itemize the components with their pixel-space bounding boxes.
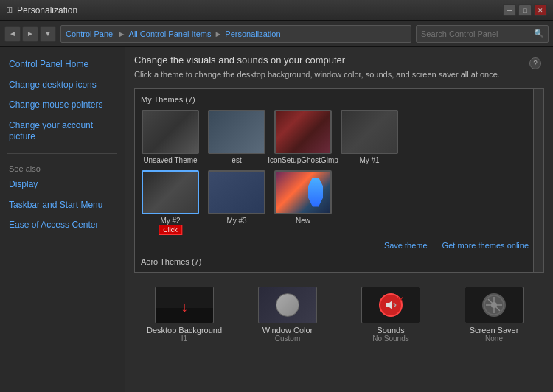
- theme-new[interactable]: New: [274, 170, 333, 225]
- content-area: ? Change the visuals and sounds on your …: [125, 47, 553, 392]
- sidebar-item-home[interactable]: Control Panel Home: [0, 55, 125, 75]
- sidebar-divider: [7, 153, 117, 154]
- maximize-button[interactable]: □: [518, 4, 532, 16]
- breadcrumb-sep1: ►: [118, 29, 126, 38]
- theme-thumb-my2: [142, 170, 199, 214]
- desktop-background-item[interactable]: ↓ Desktop Background I1: [134, 284, 234, 346]
- sidebar-item-account-picture[interactable]: Change your account picture: [0, 116, 125, 147]
- speaker-icon: [385, 299, 397, 311]
- theme-label-my2: My #2: [160, 217, 180, 225]
- theme-est[interactable]: est: [207, 110, 266, 164]
- my-themes-label: My Themes (7): [141, 95, 529, 104]
- title-bar-left: ⊞ Personalization: [6, 5, 77, 15]
- screen-saver-thumb: [465, 287, 524, 323]
- svg-marker-0: [386, 301, 392, 309]
- window-color-item[interactable]: Window Color Custom: [237, 284, 338, 346]
- sounds-label: Sounds: [377, 326, 404, 335]
- breadcrumb-current: Personalization: [225, 29, 280, 38]
- breadcrumb[interactable]: Control Panel ► All Control Panel Items …: [60, 25, 411, 43]
- breadcrumb-controlpanel[interactable]: Control Panel: [66, 29, 115, 38]
- screen-saver-sublabel: None: [485, 335, 503, 343]
- window-title: Personalization: [17, 5, 77, 15]
- desktop-bg-thumb: ↓: [155, 287, 214, 323]
- content-desc: Click a theme to change the desktop back…: [134, 69, 544, 81]
- search-input[interactable]: [417, 29, 530, 38]
- back-button[interactable]: ◄: [4, 26, 21, 42]
- recent-button[interactable]: ▼: [40, 26, 56, 42]
- theme-label-iconsetup: IconSetupGhostGimp: [268, 156, 338, 164]
- sounds-thumb: [361, 287, 420, 323]
- theme-label-unsaved: Unsaved Theme: [143, 156, 197, 164]
- window-color-label: Window Color: [262, 326, 313, 335]
- see-also-label: See also: [0, 160, 125, 175]
- get-more-link[interactable]: Get more themes online: [442, 241, 529, 250]
- sidebar-item-ease-of-access[interactable]: Ease of Access Center: [0, 215, 125, 236]
- help-button[interactable]: ?: [529, 57, 541, 69]
- theme-label-est: est: [232, 156, 241, 164]
- themes-scrollbar[interactable]: [533, 89, 543, 272]
- address-bar: ◄ ► ▼ Control Panel ► All Control Panel …: [0, 21, 553, 47]
- theme-label-new: New: [296, 217, 310, 225]
- theme-iconsetup[interactable]: IconSetupGhostGimp: [274, 110, 333, 164]
- forward-button[interactable]: ►: [22, 26, 38, 42]
- themes-panel: My Themes (7) Unsaved Theme est IconSetu…: [134, 88, 544, 273]
- theme-thumb-est: [208, 110, 265, 154]
- themes-grid-row2: My #2 Click My #3 New: [141, 170, 529, 225]
- main-layout: Control Panel Home Change desktop icons …: [0, 47, 553, 392]
- screen-saver-icon: [482, 293, 506, 317]
- themes-grid: Unsaved Theme est IconSetupGhostGimp My …: [141, 110, 529, 164]
- themes-actions: Save theme Get more themes online: [141, 238, 529, 253]
- theme-thumb-new: [274, 170, 332, 214]
- nav-buttons: ◄ ► ▼: [4, 26, 56, 42]
- down-arrow-icon: ↓: [181, 299, 188, 314]
- title-buttons: ─ □ ✕: [503, 4, 547, 16]
- theme-thumb-my1: [341, 110, 398, 154]
- sidebar-item-mouse-pointers[interactable]: Change mouse pointers: [0, 95, 125, 116]
- sidebar-item-desktop-icons[interactable]: Change desktop icons: [0, 75, 125, 96]
- screen-saver-img: [483, 294, 505, 316]
- sidebar-item-taskbar[interactable]: Taskbar and Start Menu: [0, 195, 125, 216]
- svg-line-2: [394, 305, 396, 307]
- window-color-thumb: [258, 287, 317, 323]
- search-bar[interactable]: 🔍: [416, 25, 549, 43]
- sounds-item[interactable]: Sounds No Sounds: [341, 284, 441, 346]
- theme-thumb-iconsetup: [274, 110, 332, 154]
- theme-label-my1: My #1: [359, 156, 379, 164]
- window-color-circle: [276, 293, 299, 317]
- sidebar-item-display[interactable]: Display: [0, 175, 125, 195]
- save-theme-link[interactable]: Save theme: [384, 241, 428, 250]
- theme-label-my3: My #3: [226, 217, 246, 225]
- window-color-sublabel: Custom: [275, 335, 300, 343]
- content-title: Change the visuals and sounds on your co…: [134, 55, 544, 66]
- aero-themes-label: Aero Themes (7): [141, 257, 529, 266]
- theme-my3[interactable]: My #3: [207, 170, 266, 225]
- theme-thumb-unsaved: [142, 110, 199, 154]
- close-button[interactable]: ✕: [534, 4, 547, 16]
- theme-thumb-my3: [208, 170, 265, 214]
- screen-saver-item[interactable]: Screen Saver None: [444, 284, 544, 346]
- screen-saver-label: Screen Saver: [470, 326, 519, 335]
- search-icon: 🔍: [530, 29, 548, 38]
- breadcrumb-allitems[interactable]: All Control Panel Items: [129, 29, 212, 38]
- desktop-bg-label: Desktop Background: [147, 326, 222, 335]
- desktop-bg-sublabel: I1: [181, 335, 187, 343]
- minimize-button[interactable]: ─: [503, 4, 516, 16]
- click-badge: Click: [159, 225, 182, 235]
- breadcrumb-sep2: ►: [214, 29, 222, 38]
- sidebar: Control Panel Home Change desktop icons …: [0, 47, 125, 392]
- theme-my1[interactable]: My #1: [340, 110, 399, 164]
- sounds-icon: [379, 293, 403, 317]
- theme-my2[interactable]: My #2 Click: [141, 170, 200, 225]
- theme-unsaved[interactable]: Unsaved Theme: [141, 110, 200, 164]
- bottom-row: ↓ Desktop Background I1 Window Color Cus…: [134, 279, 544, 350]
- sounds-sublabel: No Sounds: [372, 335, 408, 343]
- title-bar: ⊞ Personalization ─ □ ✕: [0, 0, 553, 21]
